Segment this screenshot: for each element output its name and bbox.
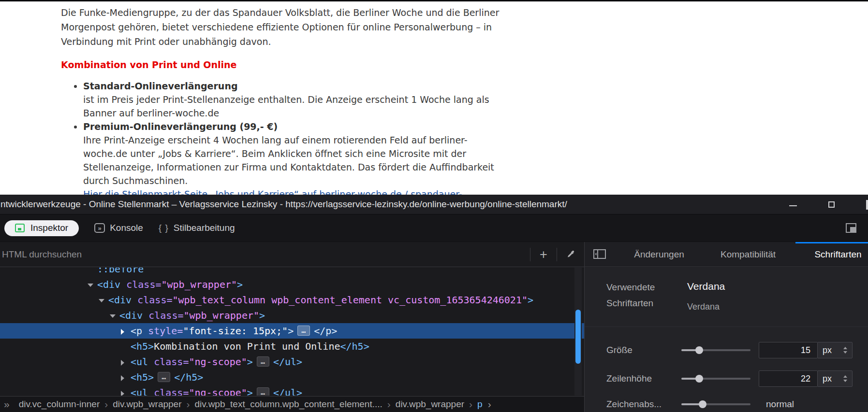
window-title: ntwicklerwerkzeuge - Online Stellenmarkt… (0, 195, 567, 214)
slider-thumb[interactable] (695, 346, 703, 354)
tree-row[interactable]: <p style="font-size: 15px;">…</p> (0, 323, 584, 339)
tab-inspector[interactable]: Inspektor (4, 220, 79, 236)
syntax-token: Kombination von Print und Online (154, 341, 340, 352)
tree-row[interactable]: <ul class="ng-scope">…</ul> (0, 354, 584, 369)
screenshot-root: Die Funke-Mediengruppe, zu der das Spand… (0, 0, 868, 412)
syntax-token (143, 310, 148, 321)
tree-scrollbar[interactable] (574, 268, 582, 396)
breadcrumb-item[interactable]: div.wpb_wrapper (393, 399, 467, 410)
scrollbar-thumb[interactable] (575, 310, 581, 364)
inspector-icon (15, 224, 25, 232)
breadcrumb-next-icon[interactable]: › (488, 398, 491, 410)
syntax-token: "wpb_wrapper" (161, 279, 237, 290)
syntax-token: <h5> (131, 341, 154, 352)
bullet-body: ist im Preis jeder Print-Stellenanzeige … (83, 93, 868, 120)
expand-arrow-icon[interactable] (121, 385, 131, 396)
create-node-icon[interactable]: + (530, 243, 557, 266)
syntax-token: style (148, 325, 177, 337)
collapsed-content-badge[interactable]: … (297, 326, 310, 336)
tab-fonts[interactable]: Schriftarten (814, 242, 861, 267)
stellenmarkt-link[interactable]: Hier die Stellenmarkt-Seite „Jobs und Ka… (83, 187, 868, 195)
bullet-title: Premium-Onlineverlängerung (99,- €) (83, 120, 868, 133)
font-family-name[interactable]: Verdana (687, 281, 725, 292)
syntax-token (132, 294, 137, 306)
syntax-token: class (148, 310, 177, 321)
tree-row[interactable]: <div class="wpb_wrapper"> (0, 277, 584, 292)
font-size-slider[interactable] (681, 349, 750, 351)
stepper-icon[interactable] (843, 347, 847, 354)
stepper-icon[interactable] (843, 375, 847, 382)
font-size-unit-select[interactable]: px (817, 342, 853, 358)
tree-row[interactable]: <h5>…</h5> (0, 369, 584, 385)
maximize-icon[interactable] (828, 201, 835, 208)
syntax-token: = (155, 279, 161, 290)
syntax-token: "ng-scope" (189, 387, 247, 396)
page-paragraph: Die Funke-Mediengruppe, zu der das Spand… (61, 5, 868, 49)
expand-arrow-icon[interactable] (121, 369, 131, 385)
expand-arrow-icon[interactable] (88, 277, 97, 292)
collapsed-content-badge[interactable]: … (257, 356, 269, 367)
search-input[interactable] (1, 249, 530, 260)
letter-spacing-value[interactable]: normal (766, 396, 794, 412)
expand-arrow-icon[interactable] (110, 308, 119, 323)
syntax-token: "wpb_text_column wpb_content_element vc_… (172, 294, 528, 306)
syntax-token: "font-size: 15px;" (183, 325, 288, 337)
syntax-token: > (528, 294, 533, 306)
tree-row[interactable]: <ul class="ng-scope">…</ul> (0, 385, 584, 396)
breadcrumb-item[interactable]: div.wpb_wrapper (110, 399, 184, 410)
line-height-unit-select[interactable]: px (817, 370, 853, 387)
tab-style-editor[interactable]: { } Stilbearbeitung (159, 223, 235, 233)
breadcrumb-item[interactable]: div.wpb_text_column.wpb_content_element.… (192, 399, 384, 410)
breadcrumb-separator: › (104, 398, 108, 410)
line-height-slider[interactable] (681, 378, 750, 380)
collapsed-content-badge[interactable]: … (158, 372, 170, 382)
syntax-token: </ul> (273, 356, 302, 368)
syntax-token: class (137, 294, 166, 306)
tree-row[interactable]: ::before (0, 268, 584, 277)
syntax-token: <h5> (131, 371, 154, 383)
breadcrumb-items: div.vc_column-inner›div.wpb_wrapper›div.… (16, 398, 485, 410)
tab-label: Stilbearbeitung (174, 223, 235, 233)
expand-arrow-icon[interactable] (99, 292, 108, 308)
syntax-token: </p> (314, 325, 337, 337)
expand-arrow-icon[interactable] (121, 354, 131, 369)
breadcrumb-item[interactable]: p (475, 399, 485, 410)
syntax-token: <div (108, 294, 132, 306)
collapsed-content-badge[interactable]: … (257, 387, 269, 396)
sidebar-toggle-icon[interactable] (593, 249, 606, 261)
breadcrumb-overflow-icon[interactable]: » (4, 398, 10, 410)
tab-console[interactable]: » Konsole (94, 223, 143, 233)
expand-arrow-icon[interactable] (121, 323, 131, 339)
syntax-token: class (126, 279, 155, 290)
syntax-token: <div (97, 279, 120, 290)
style-editor-icon: { } (159, 223, 169, 233)
syntax-token: > (247, 387, 253, 396)
markup-search-bar: + (0, 242, 584, 267)
letter-spacing-slider[interactable] (681, 403, 750, 405)
close-icon[interactable] (866, 200, 868, 210)
syntax-token: <p (131, 325, 142, 337)
webpage-content: Die Funke-Mediengruppe, zu der das Spand… (0, 1, 868, 195)
slider-thumb[interactable] (699, 400, 706, 408)
slider-thumb[interactable] (695, 375, 703, 383)
tab-compatibility[interactable]: Kompatibilität (721, 242, 776, 267)
font-instance-name: Verdana (687, 302, 720, 312)
font-size-input[interactable]: 15 (759, 342, 818, 358)
tree-row[interactable]: <div class="wpb_wrapper"> (0, 308, 584, 323)
tab-changes[interactable]: Änderungen (634, 242, 684, 267)
line-height-input[interactable]: 22 (759, 370, 818, 387)
font-size-label: Größe (606, 342, 633, 358)
tree-row[interactable]: <h5>Kombination von Print und Online</h5… (0, 339, 584, 354)
breadcrumb-separator: › (186, 398, 190, 410)
breadcrumb-item[interactable]: div.vc_column-inner (16, 399, 103, 410)
tree-row[interactable]: <div class="wpb_text_column wpb_content_… (0, 292, 584, 308)
dock-window-icon[interactable] (845, 223, 857, 233)
tab-label: Konsole (110, 223, 143, 233)
syntax-token: <ul (131, 387, 148, 396)
page-bullet-list: Standard-Onlineverlängerung ist im Preis… (61, 79, 868, 195)
line-height-label: Zeilenhöhe (606, 370, 652, 387)
section-divider (585, 327, 868, 327)
syntax-token: = (183, 356, 189, 368)
minimize-icon[interactable] (789, 205, 797, 206)
eyedropper-icon[interactable] (557, 249, 584, 260)
